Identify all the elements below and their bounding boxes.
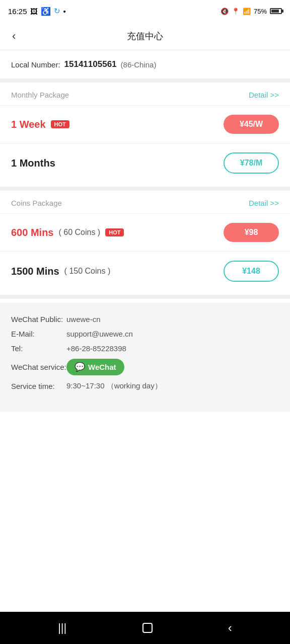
back-button[interactable]: ‹ [8, 26, 20, 47]
home-square-icon [142, 623, 153, 633]
package-sub-600: ( 60 Coins ) [58, 228, 100, 237]
nav-home-button[interactable] [142, 623, 153, 633]
package-item-1500mins: 1500 Mins ( 150 Coins ) ¥148 [0, 251, 290, 291]
coins-section-header: Coins Package Detail >> [0, 191, 290, 213]
footer-email: E-Mail: support@uwewe.cn [11, 330, 279, 338]
email-label: E-Mail: [11, 330, 66, 338]
package-item-left-1500: 1500 Mins ( 150 Coins ) [11, 266, 110, 277]
nav-bar: ||| ‹ [0, 612, 290, 644]
battery-percent: 75% [254, 8, 267, 15]
refresh-icon: ↻ [54, 7, 60, 16]
nav-menu-button[interactable]: ||| [58, 621, 66, 634]
menu-lines-icon: ||| [58, 621, 66, 634]
battery-icon [270, 8, 282, 14]
monthly-package-section: Monthly Package Detail >> 1 Week HOT ¥45… [0, 83, 290, 183]
monthly-section-title: Monthly Package [11, 91, 69, 99]
footer-info: WeChat Public: uwewe-cn E-Mail: support@… [0, 303, 290, 412]
monthly-detail-link[interactable]: Detail >> [249, 91, 279, 99]
dot-icon: • [63, 7, 66, 16]
package-item-600mins: 600 Mins ( 60 Coins ) HOT ¥98 [0, 213, 290, 251]
local-number-section: Local Number: 15141105561 (86-China) [0, 50, 290, 83]
price-btn-1month[interactable]: ¥78/M [224, 152, 279, 174]
wechat-public-value: uwewe-cn [66, 315, 101, 324]
location-icon: 📍 [232, 8, 240, 15]
monthly-section-header: Monthly Package Detail >> [0, 83, 290, 105]
coins-detail-link[interactable]: Detail >> [249, 199, 279, 207]
section-divider-2 [0, 295, 290, 299]
package-sub-1500: ( 150 Coins ) [64, 267, 111, 276]
email-value: support@uwewe.cn [66, 330, 133, 338]
local-number-label: Local Number: [11, 60, 60, 69]
hot-badge-1week: HOT [51, 120, 69, 128]
main-content: Local Number: 15141105561 (86-China) Mon… [0, 50, 290, 612]
footer-wechat-service: WeChat service: 💬 WeChat [11, 359, 279, 375]
photo-icon: 🖼 [30, 7, 38, 16]
package-name-1month: 1 Months [11, 157, 55, 169]
status-left: 16:25 🖼 ♿ ↻ • [8, 7, 66, 16]
wechat-public-label: WeChat Public: [11, 315, 66, 324]
package-item-left-month: 1 Months [11, 157, 55, 169]
service-time-label: Service time: [11, 382, 66, 390]
package-item-left-600: 600 Mins ( 60 Coins ) HOT [11, 227, 124, 238]
price-btn-600mins[interactable]: ¥98 [224, 223, 279, 242]
price-btn-1500mins[interactable]: ¥148 [224, 261, 279, 282]
price-btn-1week[interactable]: ¥45/W [224, 115, 279, 134]
footer-wechat-public: WeChat Public: uwewe-cn [11, 315, 279, 324]
coins-section-title: Coins Package [11, 199, 62, 207]
hot-badge-600: HOT [105, 228, 124, 236]
header-title: 充值中心 [127, 30, 163, 42]
status-right: 🔇 📍 📶 75% [221, 8, 282, 15]
service-time-value: 9:30~17:30 （working day） [66, 381, 162, 391]
mute-icon: 🔇 [221, 8, 229, 15]
footer-tel: Tel: +86-28-85228398 [11, 344, 279, 353]
tel-label: Tel: [11, 344, 66, 353]
package-item-1week: 1 Week HOT ¥45/W [0, 105, 290, 143]
tel-value: +86-28-85228398 [66, 344, 126, 353]
coins-package-section: Coins Package Detail >> 600 Mins ( 60 Co… [0, 191, 290, 291]
package-item-left: 1 Week HOT [11, 119, 69, 130]
package-item-1month: 1 Months ¥78/M [0, 143, 290, 183]
package-name-1week: 1 Week [11, 119, 46, 130]
footer-service-time: Service time: 9:30~17:30 （working day） [11, 381, 279, 391]
wechat-service-label: WeChat service: [11, 363, 66, 371]
status-bar: 16:25 🖼 ♿ ↻ • 🔇 📍 📶 75% [0, 0, 290, 22]
wechat-logo-icon: 💬 [75, 362, 85, 372]
package-name-600mins: 600 Mins [11, 227, 53, 238]
package-name-1500mins: 1500 Mins [11, 266, 59, 277]
time: 16:25 [8, 7, 27, 16]
app-header: ‹ 充值中心 [0, 22, 290, 50]
accessibility-icon: ♿ [41, 7, 51, 16]
signal-icon: 📶 [243, 8, 251, 15]
section-divider-1 [0, 187, 290, 191]
local-number-country: (86-China) [121, 60, 157, 69]
wechat-btn-label: WeChat [88, 363, 116, 371]
wechat-service-button[interactable]: 💬 WeChat [66, 359, 124, 375]
nav-back-icon: ‹ [228, 621, 232, 635]
nav-back-button[interactable]: ‹ [228, 621, 232, 635]
local-number-value: 15141105561 [64, 59, 117, 69]
